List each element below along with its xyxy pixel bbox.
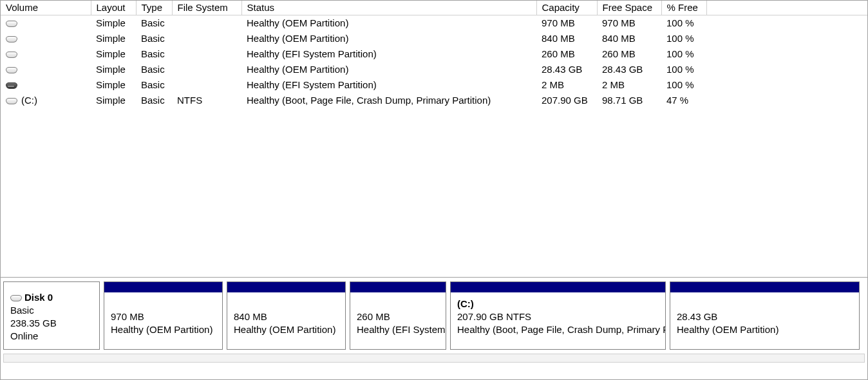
volume-layout: Simple xyxy=(91,46,136,62)
disk-name: Disk 0 xyxy=(24,292,53,303)
volume-status: Healthy (Boot, Page File, Crash Dump, Pr… xyxy=(241,93,536,108)
volume-pct: 100 % xyxy=(661,15,706,32)
volume-status: Healthy (OEM Partition) xyxy=(241,15,536,32)
partition-size: 28.43 GB xyxy=(677,310,853,323)
volume-status: Healthy (EFI System Partition) xyxy=(241,46,536,62)
disk-row: Disk 0 Basic 238.35 GB Online 970 MBHeal… xyxy=(3,281,865,350)
volume-free: 260 MB xyxy=(597,46,661,62)
table-row[interactable]: SimpleBasicHealthy (EFI System Partition… xyxy=(1,77,867,93)
disk-state: Online xyxy=(10,330,93,343)
volume-pct: 100 % xyxy=(661,31,706,46)
volume-layout: Simple xyxy=(91,93,136,108)
partition-block[interactable]: 260 MBHealthy (EFI System Partition) xyxy=(350,281,446,350)
volume-fs xyxy=(172,31,241,46)
volume-layout: Simple xyxy=(91,15,136,32)
drive-icon xyxy=(6,82,17,89)
partition-size: 260 MB xyxy=(357,310,439,323)
volume-free: 2 MB xyxy=(597,77,661,93)
volume-pct: 47 % xyxy=(661,93,706,108)
volume-fs xyxy=(172,15,241,32)
col-status[interactable]: Status xyxy=(241,1,536,15)
partition-status: Healthy (Boot, Page File, Crash Dump, Pr… xyxy=(457,323,659,336)
disk-graphical-panel: Disk 0 Basic 238.35 GB Online 970 MBHeal… xyxy=(1,278,867,379)
table-row[interactable]: SimpleBasicHealthy (OEM Partition)970 MB… xyxy=(1,15,867,32)
drive-icon xyxy=(6,36,17,43)
drive-icon xyxy=(6,98,17,104)
volume-type: Basic xyxy=(136,46,172,62)
col-freespace[interactable]: Free Space xyxy=(597,1,661,15)
volume-type: Basic xyxy=(136,15,172,32)
partition-strip: 970 MBHealthy (OEM Partition) 840 MBHeal… xyxy=(104,281,865,350)
volume-pct: 100 % xyxy=(661,77,706,93)
col-pctfree[interactable]: % Free xyxy=(661,1,706,15)
col-spacer xyxy=(706,1,867,15)
partition-stripe xyxy=(350,282,446,292)
col-layout[interactable]: Layout xyxy=(91,1,136,15)
col-volume[interactable]: Volume xyxy=(1,1,91,15)
volume-capacity: 207.90 GB xyxy=(536,93,597,108)
col-type[interactable]: Type xyxy=(136,1,172,15)
partition-stripe xyxy=(451,282,665,292)
volume-table[interactable]: Volume Layout Type File System Status Ca… xyxy=(1,1,867,108)
volume-type: Basic xyxy=(136,77,172,93)
disk-icon xyxy=(10,295,22,301)
volume-layout: Simple xyxy=(91,77,136,93)
partition-size: 207.90 GB NTFS xyxy=(457,310,659,323)
table-row[interactable]: SimpleBasicHealthy (OEM Partition)28.43 … xyxy=(1,62,867,77)
volume-capacity: 840 MB xyxy=(536,31,597,46)
partition-status: Healthy (EFI System Partition) xyxy=(357,323,439,336)
disk-label[interactable]: Disk 0 Basic 238.35 GB Online xyxy=(3,281,100,350)
table-row[interactable]: SimpleBasicHealthy (OEM Partition)840 MB… xyxy=(1,31,867,46)
volume-fs xyxy=(172,77,241,93)
volume-free: 970 MB xyxy=(597,15,661,32)
partition-status: Healthy (OEM Partition) xyxy=(234,323,339,336)
volume-free: 28.43 GB xyxy=(597,62,661,77)
partition-status: Healthy (OEM Partition) xyxy=(111,323,216,336)
partition-size: 970 MB xyxy=(111,310,216,323)
partition-size: 840 MB xyxy=(234,310,339,323)
volume-status: Healthy (EFI System Partition) xyxy=(241,77,536,93)
table-row[interactable]: SimpleBasicHealthy (EFI System Partition… xyxy=(1,46,867,62)
volume-name: (C:) xyxy=(21,95,37,106)
volume-status: Healthy (OEM Partition) xyxy=(241,31,536,46)
volume-fs xyxy=(172,46,241,62)
volume-layout: Simple xyxy=(91,31,136,46)
partition-stripe xyxy=(104,282,222,292)
drive-icon xyxy=(6,21,17,27)
partition-block[interactable]: 28.43 GBHealthy (OEM Partition) xyxy=(670,281,860,350)
disk-size: 238.35 GB xyxy=(10,317,93,330)
volume-capacity: 28.43 GB xyxy=(536,62,597,77)
col-capacity[interactable]: Capacity xyxy=(536,1,597,15)
volume-type: Basic xyxy=(136,31,172,46)
partition-block[interactable]: (C:)207.90 GB NTFSHealthy (Boot, Page Fi… xyxy=(450,281,666,350)
table-row[interactable]: (C:)SimpleBasicNTFSHealthy (Boot, Page F… xyxy=(1,93,867,108)
partition-block[interactable]: 970 MBHealthy (OEM Partition) xyxy=(104,281,223,350)
col-filesystem[interactable]: File System xyxy=(172,1,241,15)
disk-management-window: Volume Layout Type File System Status Ca… xyxy=(0,0,868,380)
column-header-row[interactable]: Volume Layout Type File System Status Ca… xyxy=(1,1,867,15)
volume-type: Basic xyxy=(136,62,172,77)
drive-icon xyxy=(6,67,17,73)
partition-block[interactable]: 840 MBHealthy (OEM Partition) xyxy=(227,281,346,350)
horizontal-scrollbar[interactable] xyxy=(3,354,865,363)
volume-free: 98.71 GB xyxy=(597,93,661,108)
volume-status: Healthy (OEM Partition) xyxy=(241,62,536,77)
partition-stripe xyxy=(670,282,859,292)
volume-pct: 100 % xyxy=(661,46,706,62)
volume-capacity: 260 MB xyxy=(536,46,597,62)
volume-fs: NTFS xyxy=(172,93,241,108)
volume-free: 840 MB xyxy=(597,31,661,46)
volume-capacity: 970 MB xyxy=(536,15,597,32)
volume-fs xyxy=(172,62,241,77)
volume-type: Basic xyxy=(136,93,172,108)
volume-pct: 100 % xyxy=(661,62,706,77)
partition-status: Healthy (OEM Partition) xyxy=(677,323,853,336)
partition-letter: (C:) xyxy=(457,298,659,310)
volume-layout: Simple xyxy=(91,62,136,77)
volume-capacity: 2 MB xyxy=(536,77,597,93)
disk-type: Basic xyxy=(10,304,93,317)
drive-icon xyxy=(6,52,17,58)
partition-stripe xyxy=(227,282,345,292)
volume-list-panel: Volume Layout Type File System Status Ca… xyxy=(1,1,867,278)
